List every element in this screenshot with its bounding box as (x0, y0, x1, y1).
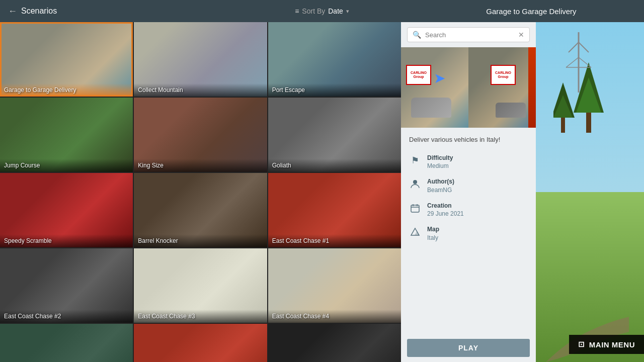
scenarios-grid: Garage to Garage DeliveryCollect Mountai… (0, 22, 401, 362)
scenario-card-unknown-2[interactable] (134, 324, 267, 362)
svg-line-15 (579, 42, 589, 52)
arrow-icon: ➤ (434, 70, 445, 86)
svg-rect-1 (411, 205, 419, 212)
map-label: Map (427, 225, 439, 234)
card-label-east-coast-4: East Coast Chase #4 (268, 310, 401, 323)
tower (564, 32, 594, 95)
calendar-icon (409, 202, 421, 214)
sort-by-label: Sort By (302, 7, 325, 15)
scenario-card-east-coast-1[interactable]: East Coast Chase #1 (268, 173, 401, 247)
scenario-card-east-coast-4[interactable]: East Coast Chase #4 (268, 248, 401, 323)
difficulty-label: Difficulty (427, 154, 453, 162)
card-overlay (134, 324, 267, 362)
svg-marker-6 (415, 231, 420, 235)
svg-line-18 (579, 57, 591, 67)
sort-icon: ≡ (295, 7, 299, 15)
preview-image-right: CARLINOGroup (468, 47, 536, 128)
scenario-card-goliath[interactable]: Goliath (268, 98, 401, 172)
card-label-goliath: Goliath (268, 159, 401, 172)
page-title: Scenarios (21, 7, 57, 16)
play-button[interactable]: PLAY (407, 339, 530, 357)
chevron-down-icon: ▾ (346, 8, 349, 15)
search-container: 🔍 ✕ (401, 22, 536, 47)
detail-footer: PLAY (401, 334, 536, 362)
detail-panel: 🔍 ✕ CARLINOGroup ➤ CARLINOGroup (401, 22, 536, 362)
main-menu-button[interactable]: ⊡ MAIN MENU (569, 335, 644, 354)
main-content: Garage to Garage DeliveryCollect Mountai… (0, 22, 644, 362)
search-box[interactable]: 🔍 ✕ (407, 27, 530, 42)
card-label-port-escape: Port Escape (268, 83, 401, 97)
card-overlay (0, 324, 133, 362)
scenario-card-barrel-knocker[interactable]: Barrel Knocker (134, 173, 267, 247)
card-label-speedy-scramble: Speedy Scramble (0, 234, 133, 247)
card-label-jump-course: Jump Course (0, 159, 133, 172)
main-menu-label: MAIN MENU (589, 340, 635, 349)
detail-description: Deliver various vehicles in Italy! (409, 135, 528, 145)
card-label-east-coast-2: East Coast Chase #2 (0, 310, 133, 323)
mountain-icon (409, 226, 421, 238)
sort-control[interactable]: ≡ Sort By Date ▾ (217, 7, 427, 15)
card-label-east-coast-1: East Coast Chase #1 (268, 234, 401, 247)
detail-meta: ⚑ Difficulty Medium Author(s) (409, 154, 528, 242)
svg-point-0 (413, 180, 417, 184)
detail-preview: CARLINOGroup ➤ CARLINOGroup (401, 47, 536, 128)
scenario-card-unknown-3[interactable] (268, 324, 401, 362)
card-overlay (268, 324, 401, 362)
meta-authors: Author(s) BeamNG (409, 177, 528, 195)
map-text: Map Italy (427, 225, 439, 242)
header: ← Scenarios ≡ Sort By Date ▾ Garage to G… (0, 0, 644, 22)
scenario-card-collect-mountain[interactable]: Collect Mountain (134, 22, 267, 97)
scenario-card-king-size[interactable]: King Size (134, 98, 267, 172)
preview-image-left: CARLINOGroup ➤ (401, 47, 468, 128)
meta-map: Map Italy (409, 225, 528, 242)
scenario-card-unknown-1[interactable] (0, 324, 133, 362)
card-label-collect-mountain: Collect Mountain (134, 83, 267, 97)
flag-icon: ⚑ (409, 154, 421, 166)
authors-text: Author(s) BeamNG (427, 177, 454, 195)
person-icon (409, 178, 421, 190)
game-view: ⊡ MAIN MENU (536, 22, 644, 362)
difficulty-value: Medium (427, 162, 453, 170)
difficulty-text: Difficulty Medium (427, 154, 453, 171)
scenarios-grid-panel: Garage to Garage DeliveryCollect Mountai… (0, 22, 401, 362)
scenario-card-garage-delivery[interactable]: Garage to Garage Delivery (0, 22, 133, 97)
scenario-card-east-coast-2[interactable]: East Coast Chase #2 (0, 248, 133, 323)
svg-rect-10 (561, 118, 565, 133)
card-label-east-coast-3: East Coast Chase #3 (134, 310, 267, 323)
scenario-card-speedy-scramble[interactable]: Speedy Scramble (0, 173, 133, 247)
scenario-card-jump-course[interactable]: Jump Course (0, 98, 133, 172)
svg-rect-7 (586, 113, 591, 133)
svg-line-17 (566, 57, 579, 67)
scenario-card-east-coast-3[interactable]: East Coast Chase #3 (134, 248, 267, 323)
card-label-barrel-knocker: Barrel Knocker (134, 234, 267, 247)
back-button[interactable]: ← (8, 7, 17, 16)
meta-difficulty: ⚑ Difficulty Medium (409, 154, 528, 171)
search-input[interactable] (425, 31, 514, 39)
card-label-garage-delivery: Garage to Garage Delivery (0, 83, 133, 97)
close-icon[interactable]: ✕ (518, 31, 524, 39)
creation-text: Creation 29 June 2021 (427, 202, 464, 219)
carlino-sign-right-detail: CARLINOGroup (491, 65, 516, 85)
scenario-card-port-escape[interactable]: Port Escape (268, 22, 401, 97)
search-icon: 🔍 (413, 31, 421, 39)
authors-label: Author(s) (427, 177, 454, 186)
creation-value: 29 June 2021 (427, 210, 464, 218)
main-menu-icon: ⊡ (578, 340, 585, 349)
meta-creation: Creation 29 June 2021 (409, 202, 528, 219)
creation-label: Creation (427, 202, 464, 210)
authors-value: BeamNG (427, 186, 454, 195)
svg-line-14 (569, 42, 579, 52)
detail-body: Deliver various vehicles in Italy! ⚑ Dif… (401, 128, 536, 334)
header-left: ← Scenarios (8, 7, 217, 16)
map-value: Italy (427, 234, 439, 242)
sort-value: Date (328, 7, 343, 15)
card-label-king-size: King Size (134, 159, 267, 172)
detail-panel-title: Garage to Garage Delivery (427, 7, 636, 16)
carlino-sign-left: CARLINOGroup (406, 65, 431, 85)
